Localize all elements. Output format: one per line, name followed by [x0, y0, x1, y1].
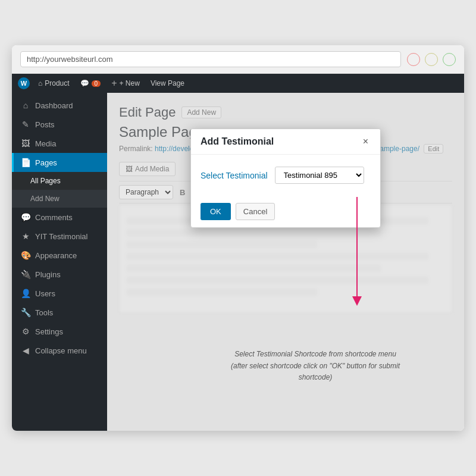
select-testimonial-label: Select Testimonial [201, 171, 268, 180]
sidebar-item-appearance[interactable]: 🎨 Appearance [12, 246, 107, 265]
testimonial-icon: ★ [21, 231, 30, 241]
posts-icon: ✎ [21, 120, 30, 129]
sidebar-item-posts[interactable]: ✎ Posts [12, 115, 107, 134]
users-icon: 👤 [21, 289, 30, 298]
modal-overlay: Add Testimonial × Select Testimonial Tes… [107, 93, 464, 431]
sidebar-item-settings[interactable]: ⚙ Settings [12, 322, 107, 341]
topbar-site-name[interactable]: ⌂ Product [36, 79, 72, 87]
sidebar-item-tools[interactable]: 🔧 Tools [12, 303, 107, 322]
modal-footer: OK Cancel [191, 196, 380, 227]
modal-body: Select Testimonial Testimonial 895 Testi… [191, 155, 380, 196]
wp-body: ⌂ Dashboard ✎ Posts 🖼 Media 📄 Pages All … [12, 93, 464, 431]
modal-close-button[interactable]: × [361, 136, 371, 147]
collapse-icon: ◀ [21, 346, 30, 355]
annotation-line1: Select Testimonial Shortcode from shortc… [214, 349, 416, 360]
browser-chrome [12, 45, 464, 74]
pages-icon: 📄 [21, 158, 30, 167]
home-icon: ⌂ [38, 79, 42, 87]
topbar-new[interactable]: + + New [109, 78, 142, 89]
sidebar-item-dashboard[interactable]: ⌂ Dashboard [12, 96, 107, 115]
topbar-comments[interactable]: 💬 0 [78, 79, 104, 87]
annotation-line2: (after select shortcode click on "OK" bu… [214, 361, 416, 383]
wp-sidebar: ⌂ Dashboard ✎ Posts 🖼 Media 📄 Pages All … [12, 93, 107, 431]
sidebar-item-all-pages[interactable]: All Pages [12, 172, 107, 190]
maximize-browser-btn[interactable] [443, 53, 456, 66]
browser-window: W ⌂ Product 💬 0 + + New View Page ⌂ [12, 45, 464, 431]
add-testimonial-modal: Add Testimonial × Select Testimonial Tes… [190, 129, 381, 228]
dashboard-icon: ⌂ [21, 101, 30, 110]
plus-icon: + [111, 78, 117, 89]
browser-buttons [407, 53, 456, 66]
sidebar-item-pages[interactable]: 📄 Pages [12, 153, 107, 172]
modal-title: Add Testimonial [201, 136, 274, 147]
sidebar-item-plugins[interactable]: 🔌 Plugins [12, 265, 107, 284]
wp-main: Edit Page Add New Sample Page Permalink:… [107, 93, 464, 431]
sidebar-item-collapse[interactable]: ◀ Collapse menu [12, 341, 107, 360]
annotation-text: Select Testimonial Shortcode from shortc… [214, 349, 416, 383]
sidebar-item-media[interactable]: 🖼 Media [12, 134, 107, 153]
sidebar-item-comments[interactable]: 💬 Comments [12, 208, 107, 227]
address-bar[interactable] [20, 51, 401, 67]
media-icon: 🖼 [21, 139, 30, 148]
plugins-icon: 🔌 [21, 270, 30, 279]
cancel-button[interactable]: Cancel [236, 203, 275, 220]
wp-admin: W ⌂ Product 💬 0 + + New View Page ⌂ [12, 74, 464, 431]
sidebar-item-add-new[interactable]: Add New [12, 190, 107, 208]
minimize-browser-btn[interactable] [425, 53, 438, 66]
sidebar-item-users[interactable]: 👤 Users [12, 284, 107, 303]
wp-logo: W [18, 77, 30, 89]
comments-icon: 💬 [21, 212, 30, 222]
sidebar-item-yit-testimonial[interactable]: ★ YIT Testimonial [12, 227, 107, 246]
testimonial-select[interactable]: Testimonial 895 Testimonial 894 Testimon… [275, 167, 364, 184]
ok-button[interactable]: OK [201, 203, 231, 220]
tools-icon: 🔧 [21, 308, 30, 317]
comment-count-badge: 0 [92, 80, 101, 87]
settings-icon: ⚙ [21, 327, 30, 336]
close-browser-btn[interactable] [407, 53, 420, 66]
modal-header: Add Testimonial × [191, 129, 380, 155]
comment-icon: 💬 [80, 79, 89, 87]
topbar-view-page[interactable]: View Page [148, 79, 187, 87]
appearance-icon: 🎨 [21, 250, 30, 260]
wp-topbar: W ⌂ Product 💬 0 + + New View Page [12, 74, 464, 93]
